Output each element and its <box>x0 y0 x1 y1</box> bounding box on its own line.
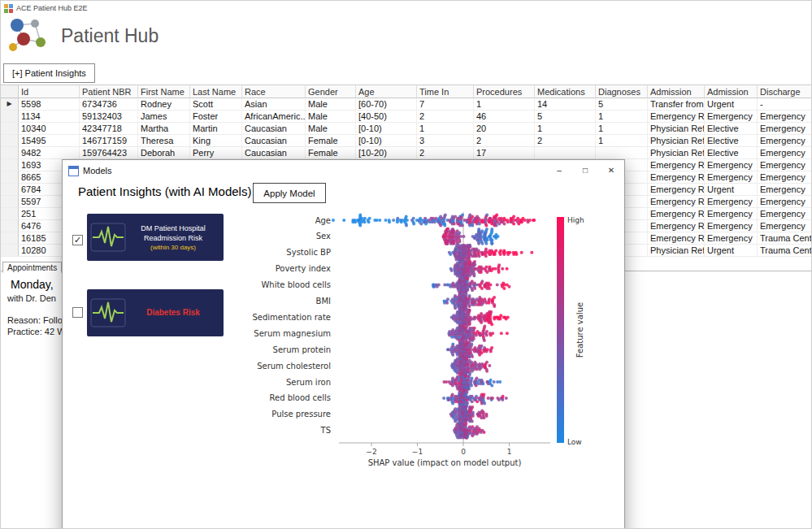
grid-cell[interactable]: Transfer from... <box>648 98 705 111</box>
grid-cell[interactable]: Physician Refe... <box>648 147 705 159</box>
grid-column-header[interactable]: Discharge <box>758 85 812 98</box>
maximize-icon[interactable]: □ <box>572 160 598 181</box>
grid-column-header[interactable]: Age <box>356 85 417 98</box>
grid-cell[interactable]: Scott <box>190 98 242 111</box>
grid-cell[interactable]: 7 <box>417 98 474 111</box>
grid-cell[interactable]: Physician Refe... <box>648 135 705 147</box>
grid-cell[interactable]: Emergency <box>758 220 812 232</box>
grid-cell[interactable]: Caucasian <box>242 135 306 147</box>
grid-column-header[interactable]: Time In <box>417 85 474 98</box>
grid-cell[interactable]: [10-20) <box>356 147 417 159</box>
grid-cell[interactable]: 10340 <box>19 123 80 135</box>
row-selector[interactable]: ▶ <box>1 98 19 111</box>
grid-cell[interactable]: Trauma Cente... <box>758 245 812 257</box>
grid-cell[interactable]: Emergency R... <box>648 159 705 171</box>
row-selector[interactable] <box>1 196 19 208</box>
row-selector[interactable] <box>1 135 19 147</box>
grid-cell[interactable]: James <box>138 111 190 123</box>
grid-cell[interactable]: Physician Refe... <box>648 123 705 135</box>
grid-cell[interactable]: Emergency <box>758 184 812 196</box>
grid-cell[interactable]: Martin <box>190 123 242 135</box>
grid-column-header[interactable]: Gender <box>306 85 356 98</box>
row-selector[interactable] <box>1 208 19 220</box>
grid-cell[interactable]: 2 <box>417 147 474 159</box>
apply-model-button[interactable]: Apply Model <box>253 183 326 203</box>
grid-column-header[interactable]: Medications <box>535 85 596 98</box>
grid-cell[interactable]: Elective <box>705 147 758 159</box>
grid-cell[interactable]: [40-50) <box>356 111 417 123</box>
grid-cell[interactable]: Emergency <box>758 159 812 171</box>
grid-column-header[interactable]: Patient NBR <box>80 85 138 98</box>
grid-column-header[interactable]: First Name <box>138 85 190 98</box>
row-selector[interactable] <box>1 245 19 257</box>
readmission-model-card[interactable]: DM Patient Hospital Readmission Risk (wi… <box>87 214 224 261</box>
grid-cell[interactable]: Emergency <box>705 111 758 123</box>
grid-cell[interactable]: 5598 <box>19 98 80 111</box>
grid-cell[interactable]: 1 <box>535 123 596 135</box>
row-selector[interactable] <box>1 111 19 123</box>
grid-cell[interactable]: 9482 <box>19 147 80 159</box>
grid-column-header[interactable]: Admission <box>648 85 705 98</box>
grid-cell[interactable]: Emergency <box>758 171 812 184</box>
grid-cell[interactable]: Emergency <box>758 135 812 147</box>
grid-cell[interactable] <box>535 147 596 159</box>
grid-cell[interactable]: 1 <box>596 123 648 135</box>
grid-cell[interactable]: Caucasian <box>242 123 306 135</box>
grid-cell[interactable]: Theresa <box>138 135 190 147</box>
grid-cell[interactable]: Urgent <box>705 184 758 196</box>
grid-cell[interactable]: Emergency <box>758 123 812 135</box>
grid-cell[interactable]: 14 <box>535 98 596 111</box>
grid-cell[interactable]: 20 <box>474 123 535 135</box>
grid-column-header[interactable]: Last Name <box>190 85 242 98</box>
grid-cell[interactable]: AfricanAmeric... <box>242 111 306 123</box>
grid-cell[interactable]: 1 <box>417 123 474 135</box>
models-dialog-titlebar[interactable]: Models – □ ✕ <box>63 160 624 181</box>
diabetes-model-checkbox[interactable] <box>72 307 83 318</box>
row-selector[interactable] <box>1 184 19 196</box>
grid-column-header[interactable]: Procedures <box>474 85 535 98</box>
tab-appointments[interactable]: Appointments <box>2 262 62 273</box>
minimize-icon[interactable]: – <box>546 160 572 181</box>
grid-cell[interactable]: Emergency R... <box>648 111 705 123</box>
grid-cell[interactable]: Emergency R... <box>648 232 705 245</box>
grid-cell[interactable]: 15495 <box>19 135 80 147</box>
grid-cell[interactable]: [0-10) <box>356 123 417 135</box>
grid-cell[interactable]: Elective <box>705 123 758 135</box>
grid-cell[interactable]: Male <box>306 123 356 135</box>
grid-cell[interactable]: Caucasian <box>242 147 306 159</box>
grid-cell[interactable]: Martha <box>138 123 190 135</box>
grid-cell[interactable]: 1 <box>474 98 535 111</box>
grid-cell[interactable]: Emergency <box>758 208 812 220</box>
grid-cell[interactable]: Emergency <box>705 232 758 245</box>
grid-cell[interactable]: Emergency <box>705 159 758 171</box>
grid-cell[interactable]: Emergency R... <box>648 184 705 196</box>
grid-cell[interactable]: Asian <box>242 98 306 111</box>
grid-cell[interactable]: Trauma Cente... <box>758 232 812 245</box>
grid-cell[interactable]: Perry <box>190 147 242 159</box>
grid-cell[interactable]: Emergency <box>705 220 758 232</box>
row-selector[interactable] <box>1 171 19 184</box>
diabetes-model-card[interactable]: Diabetes Risk <box>87 289 224 336</box>
grid-column-header[interactable]: Admission <box>705 85 758 98</box>
grid-cell[interactable]: 46 <box>474 111 535 123</box>
grid-cell[interactable]: 146717159 <box>80 135 138 147</box>
grid-cell[interactable]: 3 <box>417 135 474 147</box>
grid-cell[interactable]: 17 <box>474 147 535 159</box>
grid-cell[interactable]: King <box>190 135 242 147</box>
grid-cell[interactable]: [0-10) <box>356 135 417 147</box>
grid-cell[interactable]: - <box>758 98 812 111</box>
grid-cell[interactable]: Elective <box>705 135 758 147</box>
grid-cell[interactable]: 2 <box>417 111 474 123</box>
row-selector[interactable] <box>1 159 19 171</box>
grid-cell[interactable]: 159764423 <box>80 147 138 159</box>
grid-cell[interactable]: Emergency R... <box>648 220 705 232</box>
grid-cell[interactable] <box>596 147 648 159</box>
close-icon[interactable]: ✕ <box>598 160 624 181</box>
grid-cell[interactable]: 6734736 <box>80 98 138 111</box>
grid-cell[interactable]: [60-70) <box>356 98 417 111</box>
grid-cell[interactable]: Rodney <box>138 98 190 111</box>
patient-insights-button[interactable]: [+] Patient Insights <box>3 63 95 83</box>
readmission-model-checkbox[interactable]: ✓ <box>72 235 83 245</box>
grid-cell[interactable]: Emergency <box>758 196 812 208</box>
grid-cell[interactable]: Female <box>306 147 356 159</box>
